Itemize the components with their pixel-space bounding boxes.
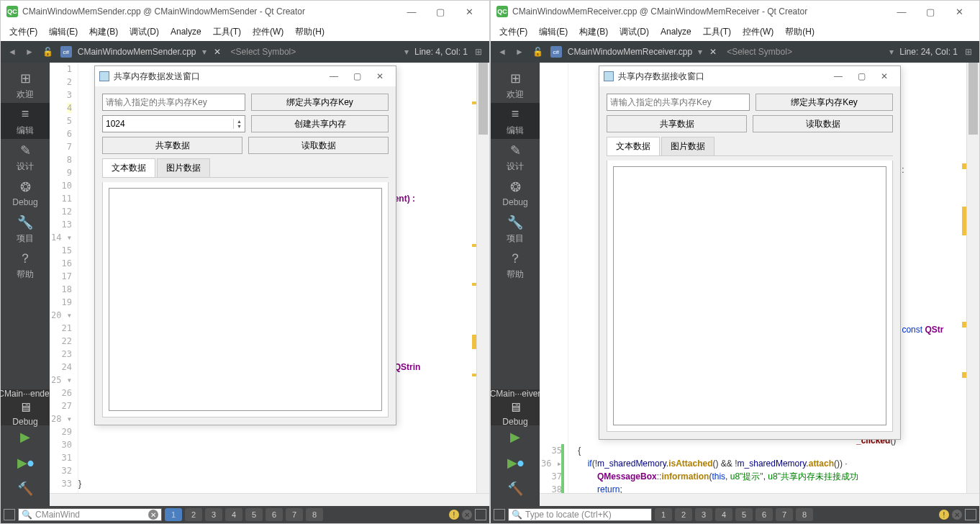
nav-fwd-icon[interactable]: ► xyxy=(21,47,38,57)
menu-tools[interactable]: 工具(T) xyxy=(207,23,247,41)
output-8[interactable]: 8 xyxy=(796,508,813,521)
line-col[interactable]: Line: 24, Col: 1 xyxy=(897,47,961,57)
menu-debug[interactable]: 调试(D) xyxy=(124,23,165,41)
output-4[interactable]: 4 xyxy=(715,508,732,521)
tab-dropdown-icon[interactable]: ▾ xyxy=(695,47,705,57)
lock-icon[interactable]: 🔓 xyxy=(38,47,58,57)
tab-image-data[interactable]: 图片数据 xyxy=(661,137,714,155)
menu-build[interactable]: 构建(B) xyxy=(83,23,124,41)
output-5[interactable]: 5 xyxy=(245,508,263,521)
mode-design[interactable]: ✎设计 xyxy=(491,139,540,175)
open-file-tab[interactable]: CMainWindowMemSender.cpp xyxy=(75,47,199,57)
maximize-button[interactable]: ▢ xyxy=(426,1,455,22)
debug-run-button[interactable]: ▶⬤ xyxy=(14,451,37,474)
maximize-button[interactable]: ▢ xyxy=(916,1,945,22)
split-icon[interactable]: ⊞ xyxy=(961,47,976,57)
lock-icon[interactable]: 🔓 xyxy=(528,47,548,57)
output-6[interactable]: 6 xyxy=(266,508,283,521)
symbol-dropdown-icon[interactable]: ▾ xyxy=(401,47,412,57)
mode-welcome[interactable]: ⊞欢迎 xyxy=(1,67,50,103)
output-3[interactable]: 3 xyxy=(205,508,222,521)
dialog-max-icon[interactable]: ▢ xyxy=(850,68,873,85)
output-1[interactable]: 1 xyxy=(655,508,672,521)
share-data-button[interactable]: 共享数据 xyxy=(102,137,242,154)
run-button[interactable]: ▶ xyxy=(14,425,37,448)
symbol-selector[interactable]: <Select Symbol> xyxy=(225,47,401,57)
menu-widgets[interactable]: 控件(W) xyxy=(737,23,779,41)
output-4[interactable]: 4 xyxy=(225,508,242,521)
issue-warn-icon[interactable]: ! xyxy=(449,510,459,520)
menu-widgets[interactable]: 控件(W) xyxy=(247,23,289,41)
read-data-button[interactable]: 读取数据 xyxy=(753,115,893,132)
symbol-selector[interactable]: <Select Symbol> xyxy=(721,47,886,57)
size-spinbox[interactable]: 1024▲▼ xyxy=(102,115,245,132)
share-data-button[interactable]: 共享数据 xyxy=(607,115,747,132)
horizontal-scrollbar[interactable] xyxy=(50,493,489,506)
tab-dropdown-icon[interactable]: ▾ xyxy=(199,47,209,57)
mode-projects[interactable]: 🔧项目 xyxy=(491,211,540,247)
mode-debug[interactable]: ❂Debug xyxy=(1,175,50,211)
menu-edit[interactable]: 编辑(E) xyxy=(43,23,83,41)
output-toggle-icon[interactable] xyxy=(494,509,505,520)
mode-projects[interactable]: 🔧项目 xyxy=(1,211,50,247)
tab-text-data[interactable]: 文本数据 xyxy=(607,137,660,155)
output-toggle-icon[interactable] xyxy=(4,509,15,520)
minimize-button[interactable]: — xyxy=(397,1,426,22)
menu-analyze[interactable]: Analyze xyxy=(655,24,697,40)
build-button[interactable]: 🔨 xyxy=(504,477,527,500)
output-6[interactable]: 6 xyxy=(756,508,773,521)
spinbox-arrows-icon[interactable]: ▲▼ xyxy=(233,119,242,129)
output-3[interactable]: 3 xyxy=(695,508,712,521)
sidebar-toggle-icon[interactable] xyxy=(475,509,486,520)
dialog-min-icon[interactable]: — xyxy=(827,68,850,85)
output-7[interactable]: 7 xyxy=(776,508,793,521)
menu-tools[interactable]: 工具(T) xyxy=(697,23,737,41)
close-button[interactable]: ✕ xyxy=(455,1,484,22)
kit-selector[interactable]: CMain···eiver🖥Debug xyxy=(491,389,540,425)
mode-edit[interactable]: ≡编辑 xyxy=(491,103,540,139)
key-input[interactable] xyxy=(102,94,245,111)
bind-key-button[interactable]: 绑定共享内存Key xyxy=(251,94,389,111)
minimize-button[interactable]: — xyxy=(887,1,916,22)
dialog-min-icon[interactable]: — xyxy=(322,68,345,85)
line-col[interactable]: Line: 4, Col: 1 xyxy=(412,47,471,57)
menu-help[interactable]: 帮助(H) xyxy=(289,23,330,41)
nav-fwd-icon[interactable]: ► xyxy=(511,47,528,57)
menu-help[interactable]: 帮助(H) xyxy=(779,23,820,41)
create-mem-button[interactable]: 创建共享内存 xyxy=(251,115,389,132)
menu-analyze[interactable]: Analyze xyxy=(165,24,207,40)
output-2[interactable]: 2 xyxy=(185,508,202,521)
issue-error-icon[interactable]: ✕ xyxy=(462,510,472,520)
menu-file[interactable]: 文件(F) xyxy=(494,23,533,41)
dialog-close-icon[interactable]: ✕ xyxy=(873,68,896,85)
debug-run-button[interactable]: ▶⬤ xyxy=(504,451,527,474)
dialog-max-icon[interactable]: ▢ xyxy=(345,68,368,85)
locator-input[interactable]: 🔍 CMainWind✕ xyxy=(18,508,162,521)
nav-back-icon[interactable]: ◄ xyxy=(4,47,21,57)
read-data-button[interactable]: 读取数据 xyxy=(248,137,389,154)
mode-debug[interactable]: ❂Debug xyxy=(491,175,540,211)
tab-image-data[interactable]: 图片数据 xyxy=(157,158,210,177)
bind-key-button[interactable]: 绑定共享内存Key xyxy=(756,94,893,111)
scroll-thumb[interactable] xyxy=(968,63,978,135)
output-8[interactable]: 8 xyxy=(306,508,323,521)
sender-dialog[interactable]: 共享内存数据发送窗口 — ▢ ✕ 绑定共享内存Key 1024▲▼ 创建共享内存 xyxy=(94,66,396,425)
text-data-area[interactable] xyxy=(109,188,382,411)
tab-close-icon[interactable]: ✕ xyxy=(705,47,721,57)
horizontal-scrollbar[interactable] xyxy=(540,493,979,506)
run-button[interactable]: ▶ xyxy=(504,425,527,448)
output-2[interactable]: 2 xyxy=(675,508,692,521)
mode-help[interactable]: ？帮助 xyxy=(491,247,540,283)
scroll-thumb[interactable] xyxy=(478,63,488,135)
symbol-dropdown-icon[interactable]: ▾ xyxy=(886,47,897,57)
menu-build[interactable]: 构建(B) xyxy=(573,23,614,41)
tab-text-data[interactable]: 文本数据 xyxy=(102,158,155,177)
dialog-titlebar[interactable]: 共享内存数据接收窗口 — ▢ ✕ xyxy=(599,66,900,86)
mode-welcome[interactable]: ⊞欢迎 xyxy=(491,67,540,103)
split-icon[interactable]: ⊞ xyxy=(471,47,486,57)
tab-close-icon[interactable]: ✕ xyxy=(209,47,225,57)
mode-edit[interactable]: ≡编辑 xyxy=(1,103,50,139)
output-7[interactable]: 7 xyxy=(286,508,303,521)
dialog-close-icon[interactable]: ✕ xyxy=(368,68,391,85)
text-data-area[interactable] xyxy=(613,166,886,425)
